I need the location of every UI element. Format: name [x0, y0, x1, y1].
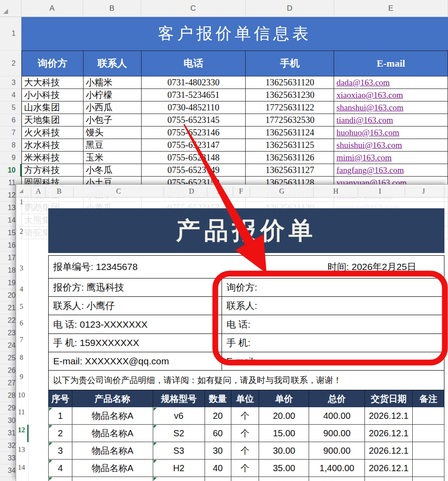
- outer-column-header-D[interactable]: D: [246, 0, 334, 17]
- inner-column-header-H[interactable]: H: [333, 187, 339, 195]
- email-link[interactable]: dada@163.com: [336, 78, 389, 88]
- outer-row-number-3[interactable]: 3: [0, 76, 20, 89]
- email-link[interactable]: tiandi@163.com: [336, 115, 393, 125]
- outer-cell[interactable]: 玉米: [84, 152, 142, 164]
- inquirer-field[interactable]: 电 话:: [222, 315, 444, 333]
- outer-cell[interactable]: 0755-6523147: [142, 139, 246, 152]
- outer-cell[interactable]: 0755-6523146: [142, 127, 246, 139]
- email-link[interactable]: shuishui@163.com: [336, 140, 402, 150]
- product-cell[interactable]: 35.00: [259, 460, 309, 477]
- outer-cell[interactable]: 黑豆: [84, 139, 142, 152]
- outer-row-number-1[interactable]: 1: [0, 17, 20, 51]
- product-cell[interactable]: S3: [153, 442, 205, 460]
- product-header-cell[interactable]: 交货日期: [365, 390, 413, 407]
- inquirer-field[interactable]: 询价方:: [222, 278, 444, 297]
- outer-cell[interactable]: 13625631127: [246, 164, 334, 177]
- product-cell[interactable]: H2: [153, 460, 205, 477]
- outer-cell[interactable]: 13625631230: [246, 89, 334, 101]
- outer-cell[interactable]: tiandi@163.com: [334, 114, 448, 127]
- product-cell[interactable]: 3: [49, 442, 72, 460]
- outer-header-cell[interactable]: 询价方: [22, 51, 84, 76]
- outer-column-header-A[interactable]: A: [21, 0, 83, 17]
- outer-cell[interactable]: 小冬瓜: [84, 164, 142, 177]
- outer-title-cell[interactable]: 客户报价单信息表: [21, 17, 448, 51]
- outer-cell[interactable]: 火火科技: [22, 127, 84, 139]
- product-cell[interactable]: 物品名称A: [72, 425, 153, 442]
- product-cell[interactable]: 个: [231, 460, 260, 477]
- outer-cell[interactable]: 小小科技: [22, 89, 84, 101]
- product-cell[interactable]: [49, 477, 72, 481]
- product-cell[interactable]: 30.00: [259, 442, 309, 460]
- product-cell[interactable]: 个: [231, 425, 260, 442]
- product-cell[interactable]: 物品名称A: [72, 407, 153, 425]
- inner-column-header-E[interactable]: E: [218, 187, 222, 195]
- inner-column-header-I[interactable]: I: [379, 187, 381, 195]
- outer-cell[interactable]: 小糯米: [84, 76, 142, 89]
- outer-cell[interactable]: shuishui@163.com: [334, 139, 448, 152]
- outer-row-number-9[interactable]: 9: [0, 152, 20, 164]
- product-header-cell[interactable]: 总价: [309, 390, 365, 407]
- product-cell[interactable]: 1: [49, 407, 72, 425]
- product-cell[interactable]: [205, 477, 231, 481]
- inner-row-number-4[interactable]: 4: [17, 285, 26, 293]
- inner-select-all-icon[interactable]: [19, 189, 23, 193]
- outer-cell[interactable]: 13625631126: [246, 152, 334, 164]
- product-cell[interactable]: 物品名称A: [72, 442, 153, 460]
- product-header-cell[interactable]: 单价: [259, 390, 309, 407]
- product-cell[interactable]: 2026.12.1: [365, 460, 413, 477]
- email-link[interactable]: fangfang@163.com: [336, 165, 404, 175]
- inner-row-number-13[interactable]: 13: [17, 446, 26, 454]
- inner-row-number-2[interactable]: 2: [17, 228, 26, 236]
- product-cell[interactable]: 2026.12.1: [365, 425, 413, 442]
- outer-cell[interactable]: 0755-6523148: [142, 152, 246, 164]
- product-cell[interactable]: 2026.12.1: [365, 442, 413, 460]
- inner-row-number-3[interactable]: 3: [17, 264, 26, 272]
- product-cell[interactable]: [231, 477, 260, 481]
- product-header-cell[interactable]: 序号: [49, 390, 72, 407]
- email-link[interactable]: huohuo@163.com: [336, 128, 399, 138]
- outer-cell[interactable]: 0730-4852110: [142, 101, 246, 114]
- inner-column-header-J[interactable]: J: [422, 187, 425, 195]
- product-cell[interactable]: [413, 407, 444, 425]
- outer-row-number-8[interactable]: 8: [0, 139, 20, 152]
- inner-row-number-1[interactable]: 1: [17, 198, 26, 206]
- inner-row-number-8[interactable]: 8: [17, 354, 26, 362]
- inquirer-field[interactable]: 手 机:: [222, 334, 444, 352]
- doc-notice-row[interactable]: 以下为贵公司询价产品明细，请详阅：如有疑问，请及时与我司联系，谢谢！: [48, 371, 444, 390]
- outer-cell[interactable]: fangfang@163.com: [334, 164, 448, 177]
- outer-select-all-corner[interactable]: [0, 0, 21, 17]
- outer-cell[interactable]: 13625631120: [246, 76, 334, 89]
- inner-column-header-F[interactable]: F: [239, 187, 243, 195]
- product-cell[interactable]: 15.00: [259, 425, 309, 442]
- product-cell[interactable]: [259, 477, 309, 481]
- inner-row-number-7[interactable]: 7: [17, 336, 26, 344]
- outer-cell[interactable]: shanshui@163.com: [334, 101, 448, 114]
- outer-cell[interactable]: 大大科技: [22, 76, 84, 89]
- product-header-cell[interactable]: 单位: [231, 390, 260, 407]
- supplier-field[interactable]: 联系人: 小鹰仔: [49, 297, 222, 315]
- product-cell[interactable]: [413, 477, 444, 481]
- inner-row-number-12[interactable]: 12: [17, 426, 26, 434]
- product-cell[interactable]: [72, 477, 153, 481]
- product-cell[interactable]: [309, 477, 365, 481]
- inner-column-header-D[interactable]: D: [189, 187, 194, 195]
- outer-cell[interactable]: 小包子: [84, 114, 142, 127]
- outer-cell[interactable]: 米米科技: [22, 152, 84, 164]
- product-cell[interactable]: 个: [231, 442, 260, 460]
- product-cell[interactable]: v6: [153, 407, 205, 425]
- email-link[interactable]: mimi@163.com: [336, 153, 392, 163]
- outer-cell[interactable]: 17725632530: [246, 114, 334, 127]
- email-link[interactable]: xiaoxiao@163.com: [336, 90, 403, 100]
- product-cell[interactable]: 物品名称A: [72, 460, 153, 477]
- product-cell[interactable]: 900.00: [309, 442, 365, 460]
- outer-cell[interactable]: 13625631125: [246, 139, 334, 152]
- product-header-cell[interactable]: 规格型号: [153, 390, 205, 407]
- outer-cell[interactable]: huohuo@163.com: [334, 127, 448, 139]
- inner-row-number-9[interactable]: 9: [17, 373, 26, 381]
- outer-header-cell[interactable]: 联系人: [84, 51, 142, 76]
- outer-cell[interactable]: mimi@163.com: [334, 152, 448, 164]
- outer-cell[interactable]: 13625631124: [246, 127, 334, 139]
- outer-column-header-C[interactable]: C: [141, 0, 246, 17]
- product-header-cell[interactable]: 产品名称: [72, 390, 153, 407]
- outer-cell[interactable]: 馒头: [84, 127, 142, 139]
